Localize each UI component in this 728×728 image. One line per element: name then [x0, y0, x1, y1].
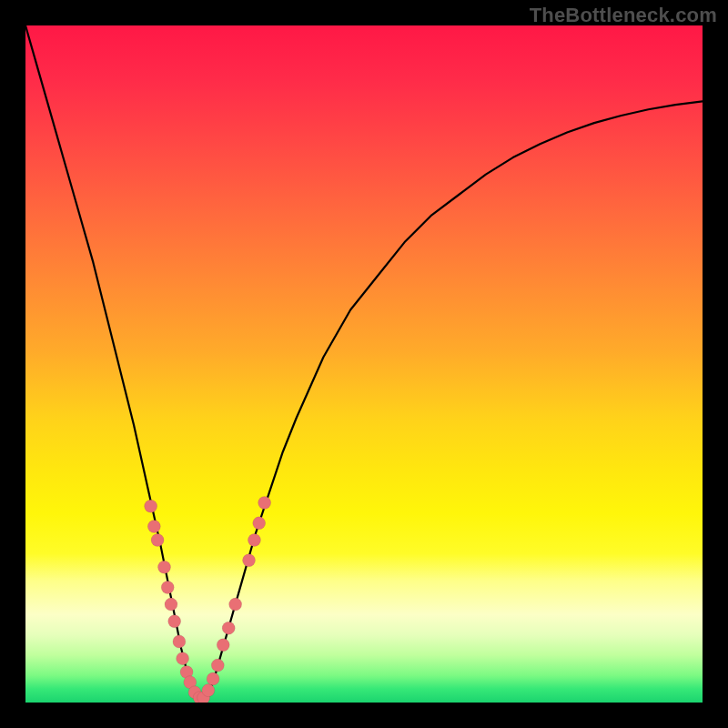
chart-frame: TheBottleneck.com [0, 0, 728, 728]
gradient-background [25, 25, 703, 703]
plot-area [25, 25, 703, 703]
watermark-text: TheBottleneck.com [530, 4, 717, 27]
